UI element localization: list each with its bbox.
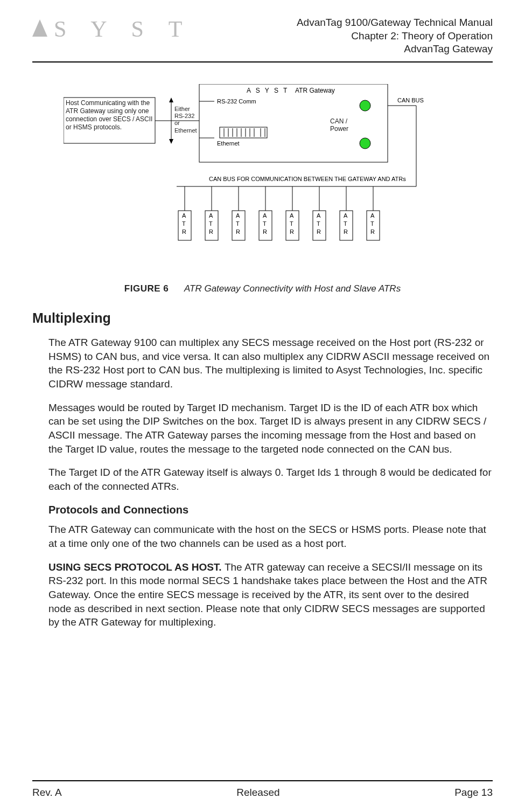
paragraph-5-runin: USING SECS PROTOCOL AS HOST. xyxy=(48,561,225,573)
logo-triangle-icon xyxy=(32,19,47,37)
svg-rect-5 xyxy=(199,84,388,162)
svg-text:A: A xyxy=(209,212,213,219)
svg-rect-7 xyxy=(220,127,267,138)
figure-title: ATR Gateway Connectivity with Host and S… xyxy=(184,283,401,294)
footer-revision: Rev. A xyxy=(32,787,62,799)
svg-text:R: R xyxy=(182,228,186,235)
can-bus-label: CAN BUS xyxy=(397,97,424,103)
can-power-label: CAN / Power xyxy=(330,117,357,133)
svg-text:T: T xyxy=(317,220,320,227)
svg-text:T: T xyxy=(236,220,240,227)
svg-text:T: T xyxy=(290,220,293,227)
gateway-brand: A S Y S T xyxy=(247,87,289,94)
figure-caption: FIGURE 6 ATR Gateway Connectivity with H… xyxy=(32,283,493,294)
section-title: AdvanTag Gateway xyxy=(297,43,493,56)
svg-text:R: R xyxy=(236,228,240,235)
svg-text:T: T xyxy=(182,220,186,227)
svg-text:R: R xyxy=(209,228,213,235)
logo-text: S Y S T xyxy=(54,16,192,42)
svg-text:A: A xyxy=(236,212,240,219)
svg-text:A: A xyxy=(263,212,267,219)
rs232-label: RS-232 Comm xyxy=(217,98,256,105)
svg-text:A: A xyxy=(344,212,348,219)
header-titles: AdvanTag 9100/Gateway Technical Manual C… xyxy=(297,16,493,56)
page-footer: Rev. A Released Page 13 xyxy=(32,780,493,799)
svg-text:R: R xyxy=(290,228,294,235)
paragraph-1: The ATR Gateway 9100 can multiplex any S… xyxy=(48,336,493,391)
footer-status: Released xyxy=(236,787,279,799)
paragraph-2: Messages would be routed by Target ID me… xyxy=(48,401,493,456)
page-header: S Y S T AdvanTag 9100/Gateway Technical … xyxy=(32,16,493,63)
svg-text:A: A xyxy=(370,212,375,219)
svg-text:T: T xyxy=(209,220,213,227)
manual-title: AdvanTag 9100/Gateway Technical Manual xyxy=(297,16,493,30)
svg-text:R: R xyxy=(344,228,348,235)
brand-logo: S Y S T xyxy=(32,16,192,42)
svg-text:T: T xyxy=(263,220,267,227)
svg-text:A: A xyxy=(290,212,294,219)
svg-text:R: R xyxy=(317,228,321,235)
section-heading-multiplexing: Multiplexing xyxy=(32,310,493,326)
svg-text:R: R xyxy=(370,228,375,235)
svg-text:T: T xyxy=(344,220,347,227)
svg-point-20 xyxy=(360,138,370,149)
paragraph-3: The Target ID of the ATR Gateway itself … xyxy=(48,466,493,493)
subsection-heading-protocols: Protocols and Connections xyxy=(48,504,493,516)
footer-page: Page 13 xyxy=(454,787,493,799)
svg-text:A: A xyxy=(182,212,186,219)
chapter-title: Chapter 2: Theory of Operation xyxy=(297,30,493,43)
host-box-text: Host Communicating with the ATR Gateway … xyxy=(66,99,153,131)
ethernet-label: Ethernet xyxy=(217,140,240,147)
conn-label: Either RS-232 or Ethernet xyxy=(174,106,201,134)
svg-marker-4 xyxy=(169,139,173,144)
figure-diagram: Host Communicating with the ATR Gateway … xyxy=(64,84,462,256)
svg-text:T: T xyxy=(370,220,374,227)
svg-marker-3 xyxy=(169,98,173,102)
gateway-label: ATR Gateway xyxy=(295,87,335,94)
paragraph-4: The ATR Gateway can communicate with the… xyxy=(48,523,493,550)
svg-point-19 xyxy=(360,100,370,111)
figure-number: FIGURE 6 xyxy=(124,283,169,294)
atr-nodes: ATR ATR ATR ATR xyxy=(178,186,380,240)
svg-text:R: R xyxy=(263,228,267,235)
svg-text:A: A xyxy=(317,212,321,219)
bus-caption: CAN BUS FOR COMMUNICATION BETWEEN THE GA… xyxy=(209,176,406,182)
paragraph-5: USING SECS PROTOCOL AS HOST. The ATR gat… xyxy=(48,560,493,629)
